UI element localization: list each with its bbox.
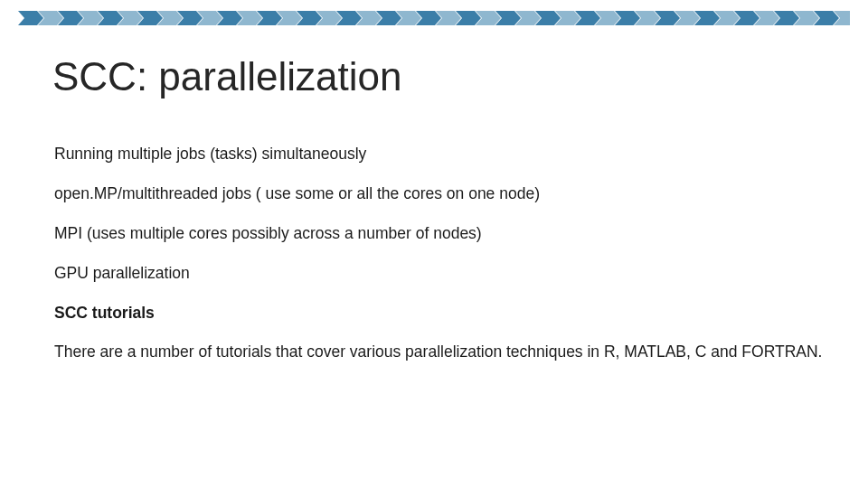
- slide-title: SCC: parallelization: [52, 54, 401, 99]
- subheading: SCC tutorials: [54, 304, 832, 324]
- body-note: There are a number of tutorials that cov…: [54, 343, 832, 362]
- chevron-divider: [18, 11, 850, 25]
- body-line: MPI (uses multiple cores possibly across…: [54, 224, 832, 244]
- body-line: GPU parallelization: [54, 264, 832, 284]
- body-line: Running multiple jobs (tasks) simultaneo…: [54, 145, 832, 164]
- body-line: open.MP/multithreaded jobs ( use some or…: [54, 184, 832, 204]
- chevron-icon: [18, 11, 43, 25]
- slide: SCC: parallelization Running multiple jo…: [0, 0, 868, 488]
- slide-body: Running multiple jobs (tasks) simultaneo…: [54, 145, 832, 382]
